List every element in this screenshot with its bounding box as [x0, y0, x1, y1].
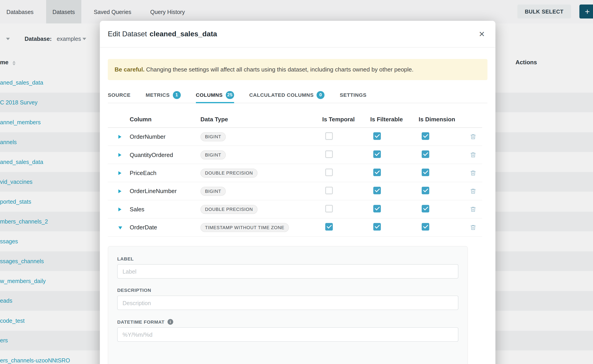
- column-name: PriceEach: [130, 169, 200, 176]
- column-row: OrderNumberBIGINT: [108, 128, 482, 146]
- column-row: SalesDOUBLE PRECISION: [108, 200, 482, 218]
- is-filterable-checkbox[interactable]: [373, 223, 381, 230]
- expand-caret-icon[interactable]: [119, 207, 121, 211]
- is-dimension-checkbox[interactable]: [422, 132, 429, 140]
- warning-banner: Be careful.Changing these settings will …: [108, 59, 488, 80]
- label-field-label: LABEL: [117, 256, 468, 261]
- is-temporal-checkbox[interactable]: [325, 150, 333, 158]
- tab-badge: 1: [173, 91, 180, 99]
- header-column: Column: [130, 116, 200, 123]
- is-temporal-checkbox[interactable]: [325, 187, 333, 194]
- datetime-field-label-text: DATETIME FORMAT: [117, 319, 165, 324]
- datetime-format-input[interactable]: [117, 327, 459, 342]
- tab-badge: 0: [316, 91, 324, 99]
- column-row: PriceEachDOUBLE PRECISION: [108, 164, 482, 182]
- datetime-field-label: DATETIME FORMAT i: [117, 319, 468, 325]
- delete-column-icon[interactable]: [470, 134, 476, 140]
- data-type-pill: DOUBLE PRECISION: [200, 205, 257, 214]
- data-type-pill: DOUBLE PRECISION: [200, 169, 257, 177]
- description-field-label: DESCRIPTION: [117, 287, 468, 293]
- expand-caret-icon[interactable]: [119, 135, 121, 139]
- collapse-caret-icon[interactable]: [119, 226, 122, 229]
- tab-metrics[interactable]: METRICS1: [146, 87, 181, 103]
- delete-column-icon[interactable]: [470, 152, 476, 158]
- page: DatabasesDatasetsSaved QueriesQuery Hist…: [0, 0, 593, 364]
- modal-tabs: SOURCEMETRICS1COLUMNS25CALCULATED COLUMN…: [108, 87, 488, 103]
- header-is-filterable: Is Filterable: [370, 116, 419, 123]
- expand-caret-icon[interactable]: [119, 189, 121, 193]
- tab-label: SETTINGS: [340, 92, 367, 98]
- tab-label: CALCULATED COLUMNS: [249, 92, 314, 98]
- tab-columns[interactable]: COLUMNS25: [196, 87, 234, 103]
- column-row: OrderDateTIMESTAMP WITHOUT TIME ZONE: [108, 219, 482, 237]
- is-filterable-checkbox[interactable]: [373, 132, 381, 140]
- column-name: OrderLineNumber: [130, 188, 200, 195]
- delete-column-icon[interactable]: [470, 170, 476, 176]
- data-type-pill: TIMESTAMP WITHOUT TIME ZONE: [200, 223, 289, 232]
- expand-caret-icon[interactable]: [119, 153, 121, 157]
- is-dimension-checkbox[interactable]: [422, 169, 429, 176]
- delete-column-icon[interactable]: [470, 224, 476, 230]
- column-rows: OrderNumberBIGINTQuantityOrderedBIGINTPr…: [108, 128, 482, 237]
- is-filterable-checkbox[interactable]: [373, 169, 381, 176]
- modal-title-prefix: Edit Dataset: [108, 30, 147, 38]
- delete-column-icon[interactable]: [470, 206, 476, 212]
- is-filterable-checkbox[interactable]: [373, 187, 381, 194]
- column-row: OrderLineNumberBIGINT: [108, 182, 482, 200]
- is-temporal-checkbox[interactable]: [325, 223, 333, 230]
- is-temporal-checkbox[interactable]: [325, 205, 333, 212]
- tab-badge: 25: [226, 91, 234, 99]
- tab-calculated-columns[interactable]: CALCULATED COLUMNS0: [249, 87, 324, 103]
- column-name: QuantityOrdered: [130, 151, 200, 158]
- column-name: Sales: [130, 206, 200, 213]
- label-input[interactable]: [117, 264, 459, 279]
- modal-header: Edit Datasetcleaned_sales_data ✕: [100, 21, 495, 48]
- column-name: OrderNumber: [130, 133, 200, 140]
- is-dimension-checkbox[interactable]: [422, 223, 429, 230]
- column-name: OrderDate: [130, 224, 200, 231]
- is-filterable-checkbox[interactable]: [373, 150, 381, 158]
- column-row: QuantityOrderedBIGINT: [108, 146, 482, 164]
- modal-title: Edit Datasetcleaned_sales_data: [108, 30, 217, 38]
- tab-label: SOURCE: [108, 92, 131, 98]
- tab-label: METRICS: [146, 92, 170, 98]
- modal-title-dataset-name: cleaned_sales_data: [150, 30, 217, 38]
- is-dimension-checkbox[interactable]: [422, 150, 429, 158]
- header-is-dimension: Is Dimension: [419, 116, 464, 123]
- is-temporal-checkbox[interactable]: [325, 169, 333, 176]
- description-input[interactable]: [117, 296, 459, 310]
- column-detail-panel: LABEL DESCRIPTION DATETIME FORMAT i: [108, 246, 468, 364]
- columns-table: Column Data Type Is Temporal Is Filterab…: [108, 111, 482, 237]
- tab-label: COLUMNS: [196, 92, 223, 98]
- header-is-temporal: Is Temporal: [322, 116, 370, 123]
- is-filterable-checkbox[interactable]: [373, 205, 381, 212]
- is-temporal-checkbox[interactable]: [325, 132, 333, 140]
- tab-settings[interactable]: SETTINGS: [340, 87, 367, 103]
- is-dimension-checkbox[interactable]: [422, 205, 429, 212]
- expand-caret-icon[interactable]: [119, 171, 121, 175]
- warning-bold-text: Be careful.: [115, 66, 145, 72]
- columns-table-header: Column Data Type Is Temporal Is Filterab…: [108, 111, 482, 128]
- close-icon[interactable]: ✕: [476, 28, 488, 40]
- edit-dataset-modal: Edit Datasetcleaned_sales_data ✕ Be care…: [100, 21, 495, 364]
- data-type-pill: BIGINT: [200, 187, 226, 195]
- data-type-pill: BIGINT: [200, 150, 226, 159]
- warning-text: Changing these settings will affect all …: [146, 66, 413, 72]
- data-type-pill: BIGINT: [200, 132, 226, 141]
- modal-body: Be careful.Changing these settings will …: [100, 48, 495, 364]
- header-data-type: Data Type: [200, 116, 322, 123]
- is-dimension-checkbox[interactable]: [422, 187, 429, 194]
- tab-source[interactable]: SOURCE: [108, 87, 131, 103]
- delete-column-icon[interactable]: [470, 188, 476, 194]
- info-icon[interactable]: i: [167, 319, 173, 325]
